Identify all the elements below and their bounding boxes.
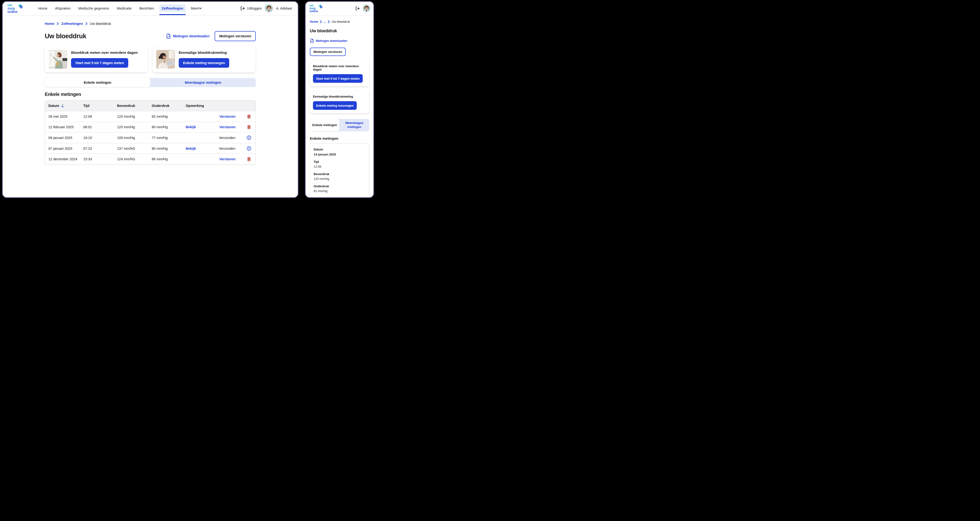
- cell-tijd: 07:23: [80, 147, 114, 151]
- delete-row-button[interactable]: [242, 124, 256, 130]
- trash-icon: [247, 124, 251, 130]
- cell-datum: 28 mei 2025: [45, 114, 80, 118]
- nav-item-home[interactable]: Home: [35, 2, 50, 15]
- column-datum[interactable]: Datum: [45, 104, 80, 108]
- versturen-link[interactable]: Versturen: [220, 114, 235, 118]
- nav-item-zelfmetingen[interactable]: Zelfmetingen: [159, 2, 186, 15]
- cell-tijd: 08:01: [80, 125, 114, 129]
- nav-item-afspraken[interactable]: Afspraken: [52, 2, 73, 15]
- pdf-icon: PDF: [166, 33, 171, 39]
- mobile-tab-meerdaagse-metingen[interactable]: Meerdaagse metingen: [339, 119, 369, 131]
- nav-item-medische-gegevens[interactable]: Medische gegevens: [75, 2, 112, 15]
- breadcrumb-[interactable]: ...: [324, 20, 326, 24]
- download-measurements-label: Metingen downloaden: [173, 34, 209, 38]
- nav-item-medicatie[interactable]: Medicatie: [114, 2, 134, 15]
- sort-arrows-icon[interactable]: [61, 104, 64, 108]
- cell-datum: 12 december 2024: [45, 157, 80, 161]
- mobile-field-value: 14 januari 2025: [313, 152, 365, 156]
- multi-day-measure-card: Bloeddruk meten over meerdere dagen Star…: [45, 46, 148, 73]
- send-measurements-button[interactable]: Metingen versturen: [215, 31, 256, 41]
- bekijk-link[interactable]: Bekijk: [186, 147, 196, 151]
- table-row: 28 mei 2025 12:09 120 mm/Hg 82 mm/Hg Ver…: [45, 111, 256, 122]
- mobile-multi-day-card: Bloeddruk meten over meerdere dagen Star…: [310, 61, 369, 86]
- cell-action: Verzonden: [210, 136, 242, 140]
- mobile-app-window: uw zorg online Home...Uw bloeddruk Uw bl…: [305, 1, 374, 198]
- mobile-send-measurements-button[interactable]: Metingen versturen: [310, 48, 346, 56]
- mobile-field-label: Bovendruk: [313, 173, 365, 176]
- mobile-add-single-measure-button[interactable]: Enkele meting toevoegen: [313, 101, 357, 110]
- delete-row-button[interactable]: [242, 156, 256, 162]
- mobile-single-measure-card: Eenmalige bloeddrukmeting Enkele meting …: [310, 92, 369, 113]
- avatar[interactable]: [265, 5, 273, 12]
- user-name[interactable]: A. Adelaar: [276, 6, 292, 10]
- cell-action: Verzonden: [210, 147, 242, 151]
- desktop-content: HomeZelfmetingenUw bloeddruk Uw bloeddru…: [45, 15, 256, 165]
- uw-zorg-online-logo[interactable]: uw zorg online: [7, 3, 24, 13]
- breadcrumb-zelfmetingen[interactable]: Zelfmetingen: [61, 22, 83, 25]
- desktop-app-window: uw zorg online HomeAfsprakenMedische geg…: [2, 1, 299, 198]
- mobile-field-label: Tijd: [313, 160, 365, 164]
- cell-bovendruk: 124 mm/hG: [114, 157, 148, 161]
- logo-cross-icon: [318, 4, 323, 9]
- tab-enkele-metingen[interactable]: Enkele metingen: [45, 78, 150, 87]
- section-title: Enkele metingen: [45, 92, 256, 97]
- start-multi-day-button[interactable]: Start met 5 tot 7 dagen meten: [71, 58, 128, 68]
- table-row: 12 december 2024 15:33 124 mm/hG 86 mm/H…: [45, 154, 256, 164]
- measurements-tabbar: Enkele metingen Meerdaagse metingen: [45, 78, 256, 87]
- single-measure-card-title: Eenmalige bloeddrukmeting: [179, 51, 229, 54]
- mobile-download-measurements-link[interactable]: PDF Metingen downloaden: [310, 38, 369, 43]
- promo-cards: Bloeddruk meten over meerdere dagen Star…: [45, 46, 256, 73]
- breadcrumb-home[interactable]: Home: [45, 22, 54, 25]
- cell-onderdruk: 86 mm/Hg: [148, 157, 182, 161]
- nav-item-berichten[interactable]: Berichten: [136, 2, 157, 15]
- mobile-measurement-card: Datum 14 januari 2025 Tijd 12:09 Bovendr…: [310, 143, 369, 198]
- tab-meerdaagse-metingen[interactable]: Meerdaagse metingen: [150, 78, 256, 87]
- cell-tijd: 19:10: [80, 136, 114, 140]
- title-row: Uw bloeddruk PDF Metingen downloaden Met…: [45, 31, 256, 41]
- delete-row-button[interactable]: [242, 114, 256, 119]
- versturen-link[interactable]: Versturen: [220, 157, 235, 161]
- logout-icon: [240, 6, 245, 11]
- mobile-top-bar: uw zorg online: [305, 2, 374, 15]
- trash-icon: [247, 114, 251, 119]
- cell-bovendruk: 120 mm/Hg: [114, 125, 148, 129]
- mobile-field: Opmerkingen Bekijk: [313, 197, 365, 198]
- uw-zorg-online-logo-mobile[interactable]: uw zorg online: [309, 4, 323, 13]
- info-icon: [247, 135, 251, 140]
- column-tijd: Tijd: [80, 104, 114, 108]
- breadcrumb-chevron-icon: [320, 20, 322, 23]
- single-measure-card: Eenmalige bloeddrukmeting Enkele meting …: [153, 46, 256, 73]
- cell-tijd: 12:09: [80, 114, 114, 118]
- svg-text:PDF: PDF: [311, 41, 313, 42]
- mobile-field-label: Onderdruk: [313, 185, 365, 188]
- cell-action: Versturen: [210, 157, 242, 161]
- versturen-link[interactable]: Versturen: [220, 125, 235, 129]
- top-navigation-bar: uw zorg online HomeAfsprakenMedische geg…: [3, 2, 298, 15]
- bekijk-link[interactable]: Bekijk: [186, 125, 196, 129]
- column-bovendruk: Bovendruk: [114, 104, 148, 108]
- info-button[interactable]: [242, 135, 256, 140]
- logout-icon[interactable]: [355, 6, 360, 11]
- download-measurements-link[interactable]: PDF Metingen downloaden: [166, 33, 209, 39]
- mobile-start-multi-day-button[interactable]: Start met 5 tot 7 dagen meten: [313, 74, 363, 83]
- header-right: Uitloggen A. Adelaar: [240, 5, 292, 12]
- logo-cross-icon: [18, 3, 24, 10]
- mobile-tab-enkele-metingen[interactable]: Enkele metingen: [310, 119, 339, 131]
- status-verzonden: Verzonden: [219, 147, 235, 151]
- cell-onderdruk: 77 mm/Hg: [148, 136, 182, 140]
- mobile-field: Bovendruk 120 mm/Hg: [313, 173, 365, 181]
- cell-action: Versturen: [210, 114, 242, 118]
- logout-button[interactable]: Uitloggen: [240, 6, 262, 11]
- title-actions: PDF Metingen downloaden Metingen verstur…: [166, 31, 256, 41]
- main-nav: HomeAfsprakenMedische gegevensMedicatieB…: [35, 2, 205, 15]
- measurements-table: Datum Tijd Bovendruk Onderdruk Opmerking…: [45, 100, 256, 165]
- nav-item-meer[interactable]: Meer: [188, 2, 205, 15]
- cell-onderdruk: 90 mm/Hg: [148, 147, 182, 151]
- info-button[interactable]: [242, 146, 256, 151]
- add-single-measure-button[interactable]: Enkele meting toevoegen: [179, 58, 229, 68]
- table-row: 07 januari 2025 07:23 137 mm/hG 90 mm/Hg…: [45, 143, 256, 154]
- breadcrumb-chevron-icon: [57, 22, 59, 25]
- mobile-field: Tijd 12:09: [313, 160, 365, 168]
- avatar[interactable]: [363, 5, 370, 12]
- breadcrumb-home[interactable]: Home: [310, 20, 318, 24]
